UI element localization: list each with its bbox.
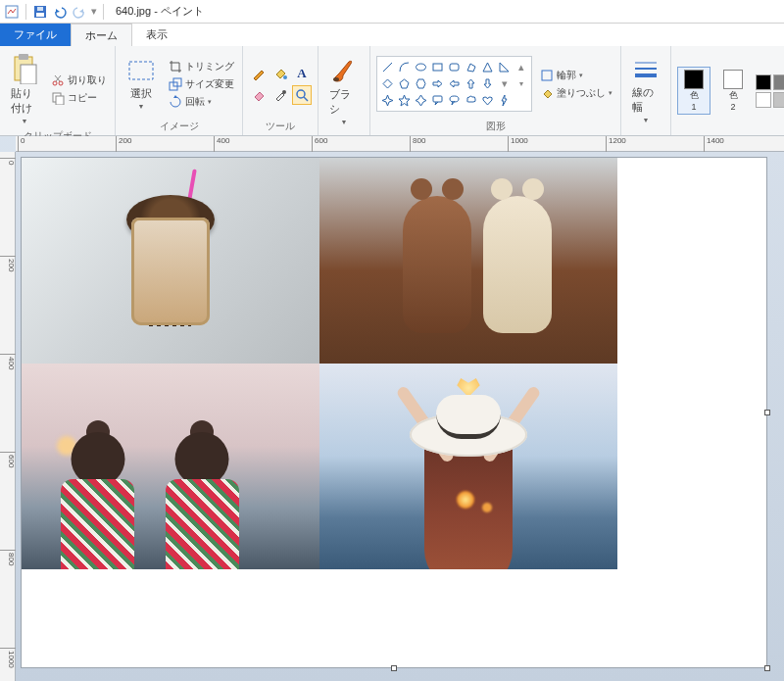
shape-rect[interactable] — [430, 60, 445, 74]
undo-icon[interactable] — [52, 4, 68, 20]
copy-icon — [51, 91, 65, 105]
svg-point-18 — [416, 64, 426, 71]
group-label-shapes: 図形 — [486, 118, 506, 133]
text-tool[interactable]: A — [292, 64, 312, 83]
scissors-icon — [51, 73, 65, 87]
swatch[interactable] — [756, 74, 771, 90]
shape-arrow-u[interactable] — [464, 76, 478, 91]
color-swatches — [756, 74, 784, 108]
shape-roundrect[interactable] — [447, 60, 462, 74]
ruler-vertical: 0 200 400 600 800 1000 — [0, 152, 16, 681]
picker-tool[interactable] — [270, 85, 290, 105]
shape-star4[interactable] — [380, 93, 395, 108]
shape-fill-button[interactable]: 塗りつぶし▾ — [538, 85, 614, 101]
shape-callout-rect[interactable] — [430, 93, 445, 108]
shape-diamond[interactable] — [380, 76, 395, 91]
shape-curve[interactable] — [397, 60, 412, 74]
rotate-icon — [169, 95, 182, 109]
shape-expand[interactable]: ▾ — [514, 76, 528, 91]
svg-rect-19 — [433, 64, 442, 71]
save-icon[interactable] — [32, 4, 48, 20]
shape-gallery[interactable]: ▴ ▾ ▾ — [376, 56, 532, 112]
brushes-button[interactable]: ブラシ ▼ — [324, 53, 364, 128]
pencil-tool[interactable] — [249, 64, 269, 83]
color1-chip — [684, 70, 704, 89]
shape-polygon[interactable] — [464, 60, 478, 74]
group-label-image: イメージ — [160, 118, 199, 133]
swatch[interactable] — [773, 74, 784, 90]
tab-home[interactable]: ホーム — [71, 24, 132, 46]
shape-callout-cloud[interactable] — [464, 93, 478, 108]
color1-button[interactable]: 色 1 — [677, 67, 710, 115]
group-shapes: ▴ ▾ ▾ — [370, 46, 621, 135]
resize-handle-bottom[interactable] — [391, 665, 397, 671]
eraser-tool[interactable] — [249, 85, 269, 105]
tab-strip: ファイル ホーム 表示 — [0, 24, 784, 46]
window-title: 640.jpg - ペイント — [116, 4, 204, 19]
tab-file[interactable]: ファイル — [0, 24, 71, 46]
group-clipboard: 貼り付け ▼ 切り取り コピー クリップボード — [0, 46, 116, 135]
fill-tool[interactable] — [270, 64, 290, 83]
shape-hexagon[interactable] — [414, 76, 428, 91]
photo-top-right — [319, 158, 617, 364]
group-label-tools: ツール — [266, 118, 295, 133]
cut-button[interactable]: 切り取り — [49, 73, 109, 88]
svg-rect-2 — [36, 13, 44, 17]
shape-triangle[interactable] — [480, 60, 495, 74]
redo-icon[interactable] — [72, 4, 87, 20]
svg-point-17 — [333, 77, 339, 81]
group-size: 線の幅 ▼ — [621, 46, 671, 135]
group-tools: A ツール — [243, 46, 318, 135]
shape-heart[interactable] — [480, 93, 495, 108]
shape-outline-button[interactable]: 輪郭▾ — [538, 68, 614, 83]
shape-arrow-d[interactable] — [480, 76, 495, 91]
shape-line[interactable] — [380, 60, 395, 74]
magnifier-tool[interactable] — [292, 85, 312, 105]
resize-handle-corner[interactable] — [764, 665, 770, 671]
shape-callout-oval[interactable] — [447, 93, 462, 108]
shape-lightning[interactable] — [497, 93, 512, 108]
svg-point-8 — [59, 81, 63, 85]
photo-bottom-left — [22, 364, 319, 569]
svg-rect-11 — [129, 62, 153, 79]
resize-handle-right[interactable] — [764, 410, 770, 415]
svg-rect-10 — [56, 96, 64, 105]
color2-chip — [723, 70, 743, 89]
copy-button[interactable]: コピー — [49, 90, 109, 106]
paste-label: 貼り付け — [11, 86, 38, 116]
swatch[interactable] — [756, 92, 771, 108]
svg-point-7 — [53, 81, 57, 85]
rotate-button[interactable]: 回転 ▾ — [167, 94, 236, 110]
svg-rect-21 — [433, 96, 442, 102]
svg-point-14 — [283, 75, 287, 79]
shape-scroll-dn[interactable]: ▾ — [497, 76, 512, 91]
canvas[interactable] — [22, 158, 766, 667]
shape-star5[interactable] — [397, 93, 412, 108]
photo-top-left — [22, 158, 319, 364]
size-button[interactable]: 線の幅 ▼ — [627, 55, 664, 126]
shape-star6[interactable] — [414, 93, 428, 108]
shape-scroll-up[interactable]: ▴ — [514, 60, 528, 74]
paste-button[interactable]: 貼り付け ▼ — [6, 50, 43, 127]
shape-oval[interactable] — [414, 60, 428, 74]
title-bar: ▾ 640.jpg - ペイント — [0, 0, 784, 24]
fill-icon — [540, 86, 554, 100]
photo-bottom-right — [319, 364, 617, 569]
group-colors: 色 1 色 2 — [671, 46, 784, 135]
resize-button[interactable]: サイズ変更 — [167, 76, 236, 92]
app-icon — [4, 4, 20, 20]
resize-icon — [169, 77, 182, 91]
group-image: 選択 ▼ トリミング サイズ変更 回転 ▾ イメージ — [116, 46, 243, 135]
shape-rtriangle[interactable] — [497, 60, 512, 74]
shape-pentagon[interactable] — [397, 76, 412, 91]
select-button[interactable]: 選択 ▼ — [122, 56, 161, 113]
color2-button[interactable]: 色 2 — [716, 67, 750, 115]
canvas-viewport[interactable] — [16, 152, 784, 681]
crop-button[interactable]: トリミング — [167, 59, 236, 74]
shape-arrow-l[interactable] — [447, 76, 462, 91]
shape-arrow-r[interactable] — [430, 76, 445, 91]
ruler-horizontal: 0 200 400 600 800 1000 1200 1400 — [16, 136, 784, 152]
ribbon: 貼り付け ▼ 切り取り コピー クリップボード 選択 ▼ — [0, 46, 784, 136]
tab-view[interactable]: 表示 — [132, 24, 181, 46]
swatch[interactable] — [773, 92, 784, 108]
